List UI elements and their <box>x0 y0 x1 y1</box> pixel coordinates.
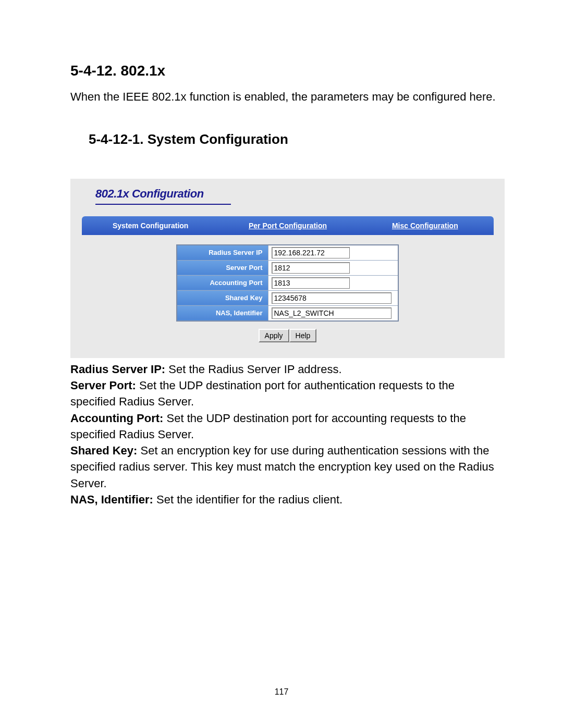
accounting-port-label: Accounting Port <box>177 275 268 290</box>
config-form-table: Radius Server IP Server Port Accounting … <box>176 244 399 322</box>
desc-accounting-port-label: Accounting Port: <box>70 412 163 425</box>
shared-key-input[interactable] <box>272 292 391 304</box>
page-number: 117 <box>0 687 563 697</box>
desc-server-port-label: Server Port: <box>70 379 136 392</box>
subsection-heading: 5-4-12-1. System Configuration <box>70 131 498 147</box>
help-button[interactable]: Help <box>289 329 317 342</box>
tab-per-port-configuration[interactable]: Per Port Configuration <box>219 216 356 235</box>
apply-button[interactable]: Apply <box>259 329 289 342</box>
desc-radius-ip-label: Radius Server IP: <box>70 363 165 376</box>
nas-identifier-input[interactable] <box>272 307 391 319</box>
tab-system-configuration[interactable]: System Configuration <box>82 216 219 235</box>
shared-key-label: Shared Key <box>177 290 268 305</box>
desc-nas-label: NAS, Identifier: <box>70 493 153 506</box>
section-heading: 5-4-12. 802.1x <box>70 63 498 79</box>
field-descriptions: Radius Server IP: Set the Radius Server … <box>70 361 498 508</box>
server-port-label: Server Port <box>177 260 268 275</box>
config-tabs: System Configuration Per Port Configurat… <box>82 216 494 235</box>
nas-identifier-label: NAS, Identifier <box>177 305 268 321</box>
radius-server-ip-label: Radius Server IP <box>177 245 268 261</box>
tab-misc-configuration[interactable]: Misc Configuration <box>357 216 494 235</box>
accounting-port-input[interactable] <box>272 277 350 289</box>
desc-shared-key-label: Shared Key: <box>70 444 137 457</box>
panel-title: 802.1x Configuration <box>95 187 231 205</box>
radius-server-ip-input[interactable] <box>272 247 350 258</box>
server-port-input[interactable] <box>272 262 350 274</box>
desc-radius-ip-text: Set the Radius Server IP address. <box>165 363 341 376</box>
desc-nas-text: Set the identifier for the radius client… <box>153 493 342 506</box>
intro-paragraph: When the IEEE 802.1x function is enabled… <box>70 89 498 105</box>
config-panel-screenshot: 802.1x Configuration System Configuratio… <box>70 179 505 358</box>
